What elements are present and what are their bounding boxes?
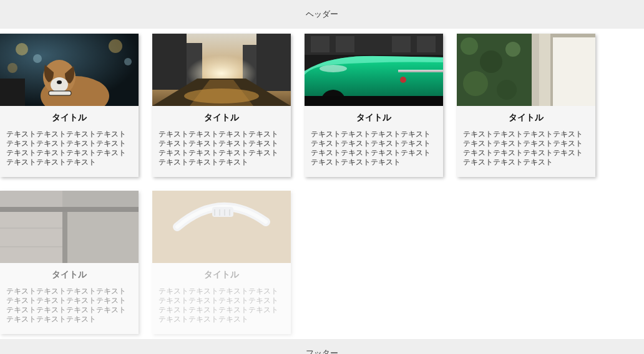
card[interactable]: タイトル テキストテキストテキストテキストテキストテキストテキストテキストテキス… [152,34,291,177]
svg-rect-45 [539,34,550,106]
svg-rect-12 [0,79,25,106]
card-text: テキストテキストテキストテキストテキストテキストテキストテキストテキストテキスト… [463,130,589,167]
card-image [0,191,139,263]
footer-label: フッター [306,348,338,354]
svg-rect-43 [550,34,553,106]
svg-point-21 [184,88,259,103]
svg-rect-50 [0,212,62,263]
page-header: ヘッダー [0,0,644,29]
svg-point-28 [320,65,347,72]
svg-point-36 [480,50,502,73]
card-text: テキストテキストテキストテキストテキストテキストテキストテキストテキストテキスト… [6,287,132,324]
svg-rect-10 [49,91,71,95]
card-title: タイトル [159,112,285,123]
svg-rect-49 [0,207,139,212]
svg-rect-41 [532,34,539,106]
card-text: テキストテキストテキストテキストテキストテキストテキストテキストテキストテキスト… [311,130,437,167]
card-title: タイトル [311,112,437,123]
card-image [152,34,291,106]
card[interactable]: タイトル テキストテキストテキストテキストテキストテキストテキストテキストテキス… [0,191,139,334]
card-text: テキストテキストテキストテキストテキストテキストテキストテキストテキストテキスト… [159,130,285,167]
svg-point-2 [33,54,42,63]
svg-point-38 [463,71,488,96]
svg-point-5 [124,58,132,65]
svg-rect-24 [311,36,329,52]
svg-point-4 [109,39,122,53]
card-title: タイトル [6,112,132,123]
card[interactable]: タイトル テキストテキストテキストテキストテキストテキストテキストテキストテキス… [457,34,595,177]
card-image [152,191,291,263]
svg-point-35 [461,37,478,55]
svg-rect-48 [62,191,139,207]
card-title: タイトル [159,269,285,280]
svg-rect-52 [67,212,139,263]
card-image [0,34,139,106]
svg-point-37 [505,42,520,57]
card-image [457,34,595,106]
card[interactable]: タイトル テキストテキストテキストテキストテキストテキストテキストテキストテキス… [152,191,291,334]
svg-point-39 [497,80,517,100]
svg-point-3 [7,63,17,73]
svg-point-31 [400,77,406,83]
svg-rect-26 [392,36,411,52]
svg-rect-44 [550,34,595,37]
svg-rect-33 [305,96,443,106]
card[interactable]: タイトル テキストテキストテキストテキストテキストテキストテキストテキストテキス… [0,34,139,177]
header-label: ヘッダー [306,9,338,19]
card-title: タイトル [463,112,589,123]
card-grid: タイトル テキストテキストテキストテキストテキストテキストテキストテキストテキス… [0,29,644,339]
svg-point-1 [16,43,28,55]
card-image [305,34,443,106]
svg-point-8 [51,77,68,92]
svg-rect-30 [398,70,443,70]
svg-point-9 [57,80,62,84]
card-text: テキストテキストテキストテキストテキストテキストテキストテキストテキストテキスト… [159,287,285,324]
svg-rect-25 [336,36,354,52]
card[interactable]: タイトル テキストテキストテキストテキストテキストテキストテキストテキストテキス… [305,34,443,177]
card-title: タイトル [6,269,132,280]
svg-rect-42 [550,34,595,106]
page-footer: フッター [0,339,644,354]
svg-rect-47 [0,191,62,207]
card-text: テキストテキストテキストテキストテキストテキストテキストテキストテキストテキスト… [6,130,132,167]
svg-rect-27 [417,36,436,52]
svg-rect-51 [62,212,67,263]
